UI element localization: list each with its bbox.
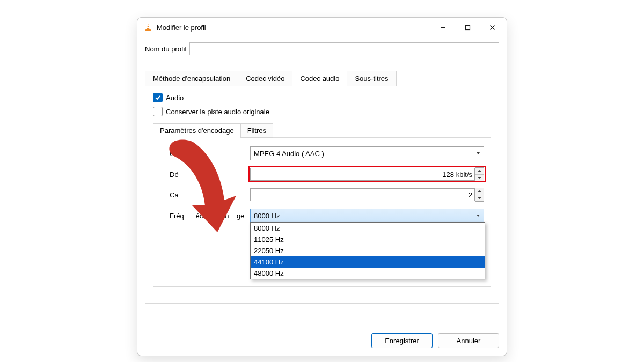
svg-rect-1 (147, 25, 149, 26)
samplerate-combo[interactable]: 8000 Hz 8000 Hz11025 Hz22050 Hz44100 Hz4… (250, 209, 484, 223)
profile-name-row: Nom du profil (145, 42, 499, 55)
vlc-icon (144, 23, 152, 32)
codec-value: MPEG 4 Audio ( AAC ) (254, 150, 476, 158)
encoding-panel: Coc MPEG 4 Audio ( AAC ) Dé 128 kbit/s (153, 138, 491, 287)
audio-checkbox-label: Audio (166, 94, 184, 102)
tab-audio-codec[interactable]: Codec audio (292, 71, 347, 86)
spin-up-icon[interactable] (475, 168, 484, 175)
tab-encapsulation[interactable]: Méthode d'encapsulation (145, 71, 238, 86)
cancel-button[interactable]: Annuler (438, 333, 499, 348)
keep-original-row: Conserver la piste audio originale (153, 107, 491, 116)
tab-video-codec[interactable]: Codec vidéo (238, 71, 292, 86)
save-button[interactable]: Enregistrer (371, 333, 433, 348)
channels-value: 2 (469, 191, 472, 199)
channels-row: Ca 2 (170, 188, 484, 201)
bitrate-row: Dé 128 kbit/s (170, 168, 484, 181)
tab-subtitles[interactable]: Sous-titres (347, 71, 396, 86)
titlebar: Modifier le profil (137, 18, 507, 37)
chevron-down-icon (476, 213, 480, 218)
spin-up-icon[interactable] (475, 188, 484, 195)
codec-label: Coc (170, 150, 250, 158)
dialog-window: Modifier le profil Nom du profil Méthode… (137, 17, 507, 356)
group-divider (188, 98, 491, 98)
codec-combo[interactable]: MPEG 4 Audio ( AAC ) (250, 146, 484, 160)
samplerate-dropdown[interactable]: 8000 Hz11025 Hz22050 Hz44100 Hz48000 Hz (250, 222, 485, 279)
bitrate-spinbox[interactable]: 128 kbit/s (250, 168, 484, 181)
channels-spinbox[interactable]: 2 (250, 188, 484, 201)
window-title: Modifier le profil (157, 24, 430, 32)
close-button[interactable] (480, 19, 504, 36)
bitrate-value: 128 kbit/s (442, 171, 472, 179)
svg-rect-3 (145, 29, 151, 31)
channels-spinbuttons[interactable] (475, 188, 484, 202)
subtabs: Paramètres d'encodage Filtres (153, 122, 491, 138)
spin-down-icon[interactable] (475, 175, 484, 181)
samplerate-option[interactable]: 44100 Hz (251, 256, 485, 268)
profile-name-label: Nom du profil (145, 45, 186, 53)
tab-content-audio: Audio Conserver la piste audio originale… (145, 86, 499, 304)
svg-marker-0 (147, 24, 150, 29)
maximize-button[interactable] (455, 19, 480, 36)
subtab-encoding[interactable]: Paramètres d'encodage (153, 123, 240, 138)
samplerate-option[interactable]: 22050 Hz (251, 245, 485, 256)
channels-label: Ca (170, 191, 250, 199)
profile-name-input[interactable] (189, 42, 499, 55)
svg-rect-5 (465, 25, 470, 29)
spin-down-icon[interactable] (475, 195, 484, 202)
samplerate-row: Fréq échantillon ge 8000 Hz 8000 Hz11025… (170, 209, 484, 223)
keep-original-label: Conserver la piste audio originale (166, 108, 269, 116)
minimize-button[interactable] (430, 19, 455, 36)
samplerate-value: 8000 Hz (254, 212, 476, 220)
tabs-outer: Méthode d'encapsulation Codec vidéo Code… (145, 70, 499, 86)
samplerate-option[interactable]: 8000 Hz (251, 223, 485, 234)
svg-rect-2 (147, 27, 150, 28)
subtab-filters[interactable]: Filtres (240, 123, 273, 138)
codec-row: Coc MPEG 4 Audio ( AAC ) (170, 146, 484, 160)
samplerate-option[interactable]: 11025 Hz (251, 234, 485, 245)
bitrate-label: Dé (170, 171, 250, 179)
dialog-footer: Enregistrer Annuler (371, 333, 499, 348)
samplerate-option[interactable]: 48000 Hz (251, 268, 485, 279)
chevron-down-icon (476, 151, 480, 156)
bitrate-spinbuttons[interactable] (475, 167, 484, 181)
keep-original-checkbox[interactable] (153, 107, 163, 116)
samplerate-label: Fréq échantillon ge (170, 212, 250, 220)
audio-group-heading: Audio (153, 93, 491, 102)
audio-checkbox[interactable] (153, 93, 163, 102)
